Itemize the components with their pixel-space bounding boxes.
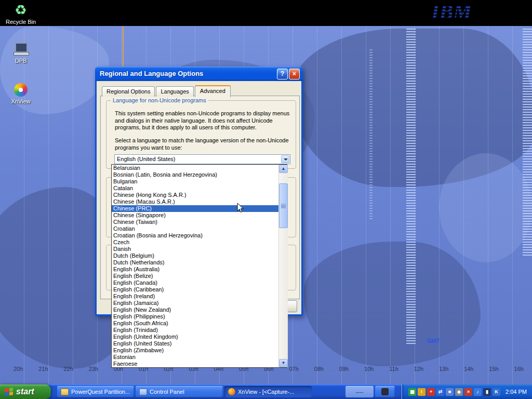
hour-label: 23h	[89, 366, 98, 372]
language-option[interactable]: English (South Africa)	[112, 320, 278, 327]
language-option[interactable]: English (Zimbabwe)	[112, 347, 278, 354]
taskbar-deskband[interactable]: ----	[345, 386, 374, 397]
keyboard-layout-tray-icon[interactable]: K	[493, 388, 500, 396]
language-option[interactable]: Croatian (Bosnia and Herzegovina)	[112, 232, 278, 239]
taskbar-button-icon	[61, 389, 69, 395]
language-option[interactable]: English (Australia)	[112, 266, 278, 273]
sync-arrows-tray-icon[interactable]: ⇄	[436, 388, 444, 396]
tray-icon-glyph: ♪	[476, 390, 479, 394]
language-groupbox: Language for non-Unicode programs This s…	[106, 100, 296, 169]
display-settings-tray-icon[interactable]: ▦	[408, 388, 416, 396]
language-option[interactable]: Chinese (Singapore)	[112, 212, 278, 219]
tray-icons: ▦ ! + ⇄ ■ ◆ × ♪ ▮ K	[408, 388, 500, 396]
scheduler-tray-icon[interactable]: ◆	[455, 388, 463, 396]
language-option[interactable]: Danish	[112, 246, 278, 252]
language-option[interactable]: Chinese (PRC)	[112, 205, 278, 212]
tray-icon-glyph: ▦	[410, 390, 415, 394]
taskbar-button-label: PowerQuest Partition...	[71, 389, 130, 395]
language-option[interactable]: Catalan	[112, 185, 278, 192]
language-option[interactable]: Czech	[112, 239, 278, 246]
windows-flag-icon	[5, 388, 13, 396]
desktop-icon-label: XnView	[11, 98, 30, 104]
taskbar-icon-button[interactable]	[375, 386, 395, 397]
dialog-title: Regional and Language Options	[100, 66, 203, 81]
language-option[interactable]: Estonian	[112, 354, 278, 361]
combobox-dropdown-button[interactable]	[281, 155, 289, 163]
dropdown-scrollbar[interactable]: ▲ ▼	[278, 165, 288, 367]
hour-label: 11h	[389, 366, 398, 372]
language-option[interactable]: English (Belize)	[112, 273, 278, 280]
hour-label: 08h	[314, 366, 324, 372]
timezone-hatch-band	[369, 49, 373, 221]
map-landmass	[291, 29, 532, 187]
battery-tray-icon[interactable]: ▮	[483, 388, 491, 396]
language-option[interactable]: English (Jamaica)	[112, 300, 278, 307]
language-option[interactable]: English (Philippines)	[112, 313, 278, 320]
tray-icon-glyph: ▮	[486, 390, 488, 394]
start-button[interactable]: start	[0, 384, 51, 399]
taskbar-clock[interactable]: 2:04 PM	[506, 389, 527, 395]
laptop-screen	[15, 43, 28, 52]
timezone-marker-line	[123, 26, 124, 66]
language-option[interactable]: Bosnian (Latin, Bosnia and Herzegovina)	[112, 171, 278, 178]
tray-icon-glyph: !	[421, 390, 422, 394]
dpb-desktop-icon[interactable]: DPB	[4, 42, 37, 64]
antivirus-tray-icon[interactable]: +	[427, 388, 435, 396]
scroll-up-button[interactable]: ▲	[279, 165, 288, 173]
dialog-tab[interactable]: Advanced	[195, 85, 231, 97]
description-text: Select a language to match the language …	[115, 137, 291, 151]
help-button[interactable]: ?	[277, 69, 288, 79]
tray-icon-glyph: ⇄	[438, 390, 443, 394]
dialog-titlebar[interactable]: Regional and Language Options ? ×	[95, 66, 303, 81]
language-option[interactable]: English (Ireland)	[112, 293, 278, 300]
language-option[interactable]: English (Canada)	[112, 280, 278, 286]
hour-label: 20h	[14, 366, 23, 372]
timezone-hatch-band	[406, 29, 416, 344]
tray-icon-glyph: ◆	[457, 390, 461, 394]
language-option[interactable]: English (United Kingdom)	[112, 334, 278, 340]
close-button[interactable]: ×	[289, 69, 300, 79]
language-option[interactable]: Croatian	[112, 225, 278, 232]
dialog-tab[interactable]: Regional Options	[102, 86, 155, 97]
language-option[interactable]: Dutch (Belgium)	[112, 252, 278, 259]
tray-icon-glyph: +	[430, 390, 432, 394]
security-alert-tray-icon[interactable]: !	[418, 388, 425, 396]
language-option[interactable]: Faeroese	[112, 361, 278, 367]
language-option[interactable]: English (Caribbean)	[112, 286, 278, 293]
language-option[interactable]: Bulgarian	[112, 178, 278, 185]
language-option[interactable]: Chinese (Macau S.A.R.)	[112, 198, 278, 205]
taskbar-button-icon	[228, 388, 235, 395]
volume-tray-icon[interactable]: ♪	[474, 388, 482, 396]
desktop-icon-label: Recycle Bin	[6, 19, 36, 25]
dialog-tabs: Regional OptionsLanguagesAdvanced	[102, 85, 232, 97]
taskbar-button-control-panel[interactable]: Control Panel	[136, 386, 223, 397]
xnview-desktop-icon[interactable]: XnView	[4, 83, 37, 104]
taskbar-button-label: XnView - [<Capture-...	[238, 389, 294, 395]
mute-tray-icon[interactable]: ×	[464, 388, 472, 396]
scroll-down-button[interactable]: ▼	[279, 359, 288, 367]
language-list[interactable]: BelarusianBosnian (Latin, Bosnia and Her…	[111, 164, 287, 368]
language-option[interactable]: English (United States)	[112, 340, 278, 347]
language-option[interactable]: Chinese (Taiwan)	[112, 219, 278, 225]
language-option[interactable]: Dutch (Netherlands)	[112, 259, 278, 266]
dialog-tab[interactable]: Languages	[156, 86, 193, 97]
hour-label: 07h	[289, 366, 298, 372]
hour-label: 14h	[464, 366, 473, 372]
ibm-logo: IBM	[429, 0, 486, 25]
language-option[interactable]: Belarusian	[112, 165, 278, 171]
network-tray-icon[interactable]: ■	[446, 388, 454, 396]
language-option[interactable]: English (New Zealand)	[112, 307, 278, 313]
language-option[interactable]: Chinese (Hong Kong S.A.R.)	[112, 192, 278, 198]
laptop-base	[14, 52, 29, 56]
hour-label: 10h	[364, 366, 374, 372]
taskbar-button-xnview[interactable]: XnView - [<Capture-...	[224, 386, 312, 397]
taskbar-button-powerquest[interactable]: PowerQuest Partition...	[57, 386, 134, 397]
scrollbar-thumb[interactable]	[279, 183, 288, 228]
map-landmass	[304, 242, 481, 366]
language-option[interactable]: English (Trinidad)	[112, 327, 278, 334]
language-combobox[interactable]: English (United States)	[114, 154, 290, 164]
combobox-value: English (United States)	[117, 156, 176, 163]
description-text: This system setting enables non-Unicode …	[115, 110, 291, 131]
system-tray: ▦ ! + ⇄ ■ ◆ × ♪ ▮ K	[402, 384, 532, 399]
recycle-bin-desktop-icon[interactable]: ♻ Recycle Bin	[4, 3, 37, 25]
